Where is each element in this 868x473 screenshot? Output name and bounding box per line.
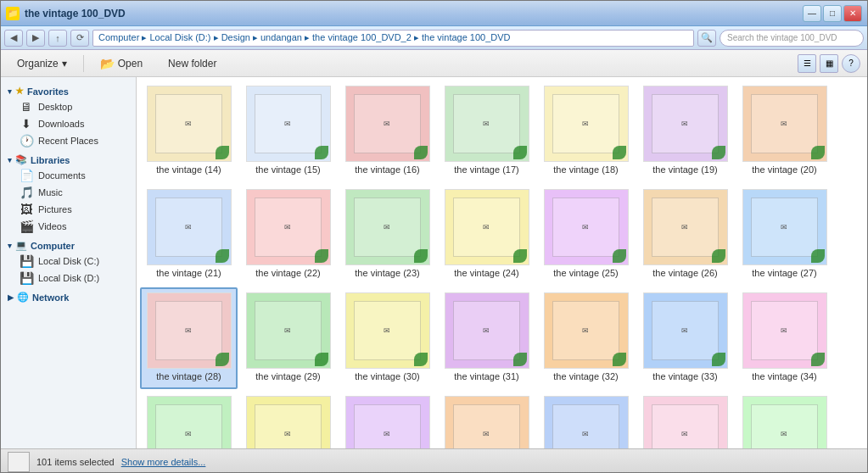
new-folder-button[interactable]: New folder — [159, 53, 226, 74]
file-label: the vintage (27) — [752, 268, 816, 279]
computer-header[interactable]: ▾ 💻 Computer — [1, 238, 136, 253]
view-toggle-button[interactable]: ☰ — [798, 54, 816, 73]
file-item[interactable]: ✉ the vintage (33) — [636, 287, 734, 389]
file-item[interactable]: ✉ the vintage (29) — [239, 287, 337, 389]
favorites-star-icon: ★ — [15, 86, 24, 97]
file-item[interactable]: ✉ the vintage (23) — [339, 184, 436, 286]
file-label: the vintage (22) — [255, 268, 320, 279]
file-item[interactable]: ✉ the vintage (26) — [636, 184, 734, 286]
file-item[interactable]: ✉ the vintage (25) — [537, 184, 635, 286]
documents-icon: 📄 — [20, 169, 33, 182]
sidebar-item-recent-places[interactable]: 🕐 Recent Places — [1, 132, 136, 149]
breadcrumb[interactable]: Computer ▸ Local Disk (D:) ▸ Design ▸ un… — [92, 30, 694, 47]
search-input[interactable]: Search the vintage 100_DVD — [720, 30, 864, 47]
libraries-header[interactable]: ▾ 📚 Libraries — [1, 153, 136, 167]
file-item[interactable]: ✉ the vintage (14) — [140, 81, 238, 182]
file-item[interactable]: ✉ the vintage (17) — [438, 81, 535, 182]
status-count: 101 items selected — [36, 457, 115, 467]
favorites-header[interactable]: ▾ ★ Favorites — [1, 84, 136, 98]
sidebar: ▾ ★ Favorites 🖥 Desktop ⬇ Downloads 🕐 Re… — [1, 77, 137, 448]
file-item[interactable]: ✉ the vintage (19) — [636, 81, 734, 182]
thumb-card: ✉ — [354, 198, 420, 257]
thumb-inner: ✉ — [743, 293, 826, 368]
file-label: the vintage (25) — [553, 268, 618, 279]
sidebar-item-documents[interactable]: 📄 Documents — [1, 167, 136, 184]
file-item[interactable]: ✉ the vintage (39) — [537, 391, 635, 448]
sidebar-item-downloads[interactable]: ⬇ Downloads — [1, 115, 136, 132]
file-item[interactable]: ✉ the vintage (34) — [736, 287, 833, 389]
up-button[interactable]: ↑ — [48, 30, 67, 47]
file-thumbnail: ✉ — [345, 189, 430, 265]
sidebar-item-videos[interactable]: 🎬 Videos — [1, 218, 136, 235]
thumb-inner: ✉ — [148, 293, 231, 368]
main-area: ▾ ★ Favorites 🖥 Desktop ⬇ Downloads 🕐 Re… — [1, 77, 867, 448]
computer-icon: 💻 — [15, 240, 27, 251]
sidebar-item-music[interactable]: 🎵 Music — [1, 184, 136, 201]
maximize-button[interactable]: □ — [823, 5, 842, 22]
open-icon: 📂 — [100, 57, 115, 70]
file-item[interactable]: ✉ the vintage (20) — [736, 81, 833, 182]
thumb-card: ✉ — [652, 404, 718, 448]
file-item[interactable]: ✉ the vintage (41) — [736, 391, 833, 448]
file-item[interactable]: ✉ the vintage (30) — [339, 287, 436, 389]
file-thumbnail: ✉ — [147, 86, 232, 162]
file-thumbnail: ✉ — [643, 396, 728, 448]
file-item[interactable]: ✉ the vintage (40) — [636, 391, 734, 448]
show-details-link[interactable]: Show more details... — [121, 457, 206, 467]
back-button[interactable]: ◀ — [4, 30, 23, 47]
file-item[interactable]: ✉ the vintage (24) — [438, 184, 535, 286]
sidebar-item-local-d[interactable]: 💾 Local Disk (D:) — [1, 270, 136, 287]
file-item[interactable]: ✉ the vintage (31) — [438, 287, 535, 389]
favorites-label: Favorites — [27, 86, 69, 97]
file-thumbnail: ✉ — [246, 396, 331, 448]
title-bar: 📁 the vintage 100_DVD — □ ✕ — [1, 1, 867, 26]
file-thumbnail: ✉ — [643, 86, 728, 162]
file-item[interactable]: ✉ the vintage (35) — [140, 391, 238, 448]
open-button[interactable]: 📂 Open — [91, 53, 152, 74]
file-item[interactable]: ✉ the vintage (27) — [736, 184, 833, 286]
file-label: the vintage (31) — [454, 371, 518, 382]
thumb-text: ✉ — [382, 118, 392, 130]
view-grid-button[interactable]: ▦ — [820, 54, 838, 73]
sidebar-disk-c-label: Local Disk (C:) — [38, 256, 99, 266]
files-grid: ✉ the vintage (14) ✉ the vintage (15) ✉ — [140, 81, 864, 448]
new-folder-label: New folder — [168, 58, 216, 70]
help-button[interactable]: ? — [842, 54, 860, 73]
leaf-watermark-icon — [811, 146, 825, 159]
thumb-inner: ✉ — [148, 397, 231, 448]
network-header[interactable]: ▶ 🌐 Network — [1, 290, 136, 304]
minimize-button[interactable]: — — [803, 5, 821, 22]
organize-button[interactable]: Organize ▾ — [8, 53, 76, 74]
thumb-inner: ✉ — [644, 190, 727, 264]
file-item[interactable]: ✉ the vintage (16) — [339, 81, 436, 182]
close-button[interactable]: ✕ — [843, 5, 862, 22]
thumb-inner: ✉ — [545, 293, 628, 368]
refresh-button[interactable]: ⟳ — [70, 30, 89, 47]
file-item[interactable]: ✉ the vintage (15) — [239, 81, 337, 182]
file-thumbnail: ✉ — [544, 396, 629, 448]
open-label: Open — [118, 58, 143, 70]
forward-button[interactable]: ▶ — [26, 30, 45, 47]
thumb-text: ✉ — [183, 118, 193, 130]
file-item[interactable]: ✉ the vintage (21) — [140, 184, 238, 286]
file-item[interactable]: ✉ the vintage (32) — [537, 287, 635, 389]
address-bar: ◀ ▶ ↑ ⟳ Computer ▸ Local Disk (D:) ▸ Des… — [1, 26, 867, 50]
file-item[interactable]: ✉ the vintage (28) — [140, 287, 238, 389]
file-item[interactable]: ✉ the vintage (36) — [239, 391, 337, 448]
network-icon: 🌐 — [17, 292, 29, 303]
file-item[interactable]: ✉ the vintage (38) — [438, 391, 535, 448]
file-item[interactable]: ✉ the vintage (37) — [339, 391, 436, 448]
sidebar-item-local-c[interactable]: 💾 Local Disk (C:) — [1, 253, 136, 270]
thumb-inner: ✉ — [743, 397, 826, 448]
thumb-card: ✉ — [453, 301, 519, 360]
toolbar-divider-1 — [83, 55, 84, 72]
leaf-watermark-icon — [513, 249, 527, 263]
file-thumbnail: ✉ — [345, 86, 430, 162]
file-item[interactable]: ✉ the vintage (18) — [537, 81, 635, 182]
sidebar-item-pictures[interactable]: 🖼 Pictures — [1, 201, 136, 218]
leaf-watermark-icon — [414, 353, 428, 366]
libraries-icon: 📚 — [15, 154, 27, 165]
file-item[interactable]: ✉ the vintage (22) — [239, 184, 337, 286]
computer-label: Computer — [31, 241, 75, 251]
sidebar-item-desktop[interactable]: 🖥 Desktop — [1, 98, 136, 115]
